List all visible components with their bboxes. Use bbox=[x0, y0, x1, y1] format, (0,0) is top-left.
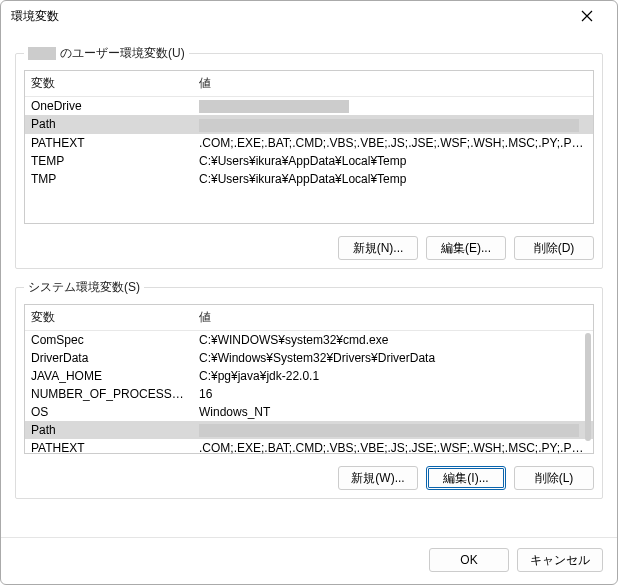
table-row[interactable]: DriverDataC:¥Windows¥System32¥Drivers¥Dr… bbox=[25, 349, 593, 367]
system-col-name[interactable]: 変数 bbox=[25, 305, 193, 331]
user-variables-group: のユーザー環境変数(U) 変数 値 OneDrivePathPATHEXT.CO… bbox=[15, 45, 603, 269]
var-name-cell: TEMP bbox=[25, 152, 193, 170]
system-buttons-row: 新規(W)... 編集(I)... 削除(L) bbox=[24, 466, 594, 490]
var-value-cell: 16 bbox=[193, 385, 593, 403]
var-value-cell bbox=[193, 115, 593, 133]
var-name-cell: OS bbox=[25, 403, 193, 421]
table-row[interactable]: OneDrive bbox=[25, 97, 593, 116]
var-name-cell: Path bbox=[25, 115, 193, 133]
user-variables-table-wrap: 変数 値 OneDrivePathPATHEXT.COM;.EXE;.BAT;.… bbox=[24, 70, 594, 224]
system-col-value[interactable]: 値 bbox=[193, 305, 593, 331]
titlebar: 環境変数 bbox=[1, 1, 617, 31]
table-row[interactable]: TMPC:¥Users¥ikura¥AppData¥Local¥Temp bbox=[25, 170, 593, 188]
table-row[interactable]: Path bbox=[25, 115, 593, 133]
var-name-cell: PATHEXT bbox=[25, 439, 193, 457]
table-row[interactable]: PATHEXT.COM;.EXE;.BAT;.CMD;.VBS;.VBE;.JS… bbox=[25, 134, 593, 152]
dialog-footer: OK キャンセル bbox=[1, 537, 617, 584]
var-value-cell bbox=[193, 421, 593, 439]
window-title: 環境変数 bbox=[11, 8, 567, 25]
system-delete-button[interactable]: 削除(L) bbox=[514, 466, 594, 490]
user-col-value[interactable]: 値 bbox=[193, 71, 593, 97]
close-icon[interactable] bbox=[567, 3, 607, 29]
system-scrollbar[interactable] bbox=[585, 333, 591, 441]
system-variables-group: システム環境変数(S) 変数 値 ComSpecC:¥WINDOWS¥syste… bbox=[15, 279, 603, 499]
table-row[interactable]: OSWindows_NT bbox=[25, 403, 593, 421]
var-value-cell: C:¥Users¥ikura¥AppData¥Local¥Temp bbox=[193, 170, 593, 188]
var-value-cell: C:¥Users¥ikura¥AppData¥Local¥Temp bbox=[193, 152, 593, 170]
user-legend-text: のユーザー環境変数(U) bbox=[60, 45, 185, 62]
var-name-cell: ComSpec bbox=[25, 331, 193, 350]
table-row[interactable]: Path bbox=[25, 421, 593, 439]
var-value-cell: .COM;.EXE;.BAT;.CMD;.VBS;.VBE;.JS;.JSE;.… bbox=[193, 134, 593, 152]
system-variables-table[interactable]: 変数 値 ComSpecC:¥WINDOWS¥system32¥cmd.exeD… bbox=[25, 305, 593, 457]
redacted-value bbox=[199, 424, 579, 437]
user-col-name[interactable]: 変数 bbox=[25, 71, 193, 97]
redacted-value bbox=[199, 100, 349, 113]
var-name-cell: NUMBER_OF_PROCESSORS bbox=[25, 385, 193, 403]
var-value-cell: C:¥pg¥java¥jdk-22.0.1 bbox=[193, 367, 593, 385]
var-value-cell: .COM;.EXE;.BAT;.CMD;.VBS;.VBE;.JS;.JSE;.… bbox=[193, 439, 593, 457]
redacted-value bbox=[199, 119, 579, 132]
user-new-button[interactable]: 新規(N)... bbox=[338, 236, 418, 260]
var-value-cell: C:¥WINDOWS¥system32¥cmd.exe bbox=[193, 331, 593, 350]
system-new-button[interactable]: 新規(W)... bbox=[338, 466, 418, 490]
table-row[interactable]: NUMBER_OF_PROCESSORS16 bbox=[25, 385, 593, 403]
user-edit-button[interactable]: 編集(E)... bbox=[426, 236, 506, 260]
var-name-cell: OneDrive bbox=[25, 97, 193, 116]
var-name-cell: TMP bbox=[25, 170, 193, 188]
table-row[interactable]: ComSpecC:¥WINDOWS¥system32¥cmd.exe bbox=[25, 331, 593, 350]
user-variables-table[interactable]: 変数 値 OneDrivePathPATHEXT.COM;.EXE;.BAT;.… bbox=[25, 71, 593, 188]
var-name-cell: PATHEXT bbox=[25, 134, 193, 152]
var-name-cell: Path bbox=[25, 421, 193, 439]
table-row[interactable]: TEMPC:¥Users¥ikura¥AppData¥Local¥Temp bbox=[25, 152, 593, 170]
table-row[interactable]: JAVA_HOMEC:¥pg¥java¥jdk-22.0.1 bbox=[25, 367, 593, 385]
var-value-cell: Windows_NT bbox=[193, 403, 593, 421]
var-value-cell bbox=[193, 97, 593, 116]
environment-variables-dialog: 環境変数 のユーザー環境変数(U) 変数 値 One bbox=[0, 0, 618, 585]
user-buttons-row: 新規(N)... 編集(E)... 削除(D) bbox=[24, 236, 594, 260]
redacted-username bbox=[28, 47, 56, 60]
user-variables-legend: のユーザー環境変数(U) bbox=[24, 45, 189, 62]
system-variables-table-wrap: 変数 値 ComSpecC:¥WINDOWS¥system32¥cmd.exeD… bbox=[24, 304, 594, 454]
cancel-button[interactable]: キャンセル bbox=[517, 548, 603, 572]
var-value-cell: C:¥Windows¥System32¥Drivers¥DriverData bbox=[193, 349, 593, 367]
table-row[interactable]: PATHEXT.COM;.EXE;.BAT;.CMD;.VBS;.VBE;.JS… bbox=[25, 439, 593, 457]
ok-button[interactable]: OK bbox=[429, 548, 509, 572]
dialog-content: のユーザー環境変数(U) 変数 値 OneDrivePathPATHEXT.CO… bbox=[1, 31, 617, 537]
user-delete-button[interactable]: 削除(D) bbox=[514, 236, 594, 260]
var-name-cell: DriverData bbox=[25, 349, 193, 367]
system-edit-button[interactable]: 編集(I)... bbox=[426, 466, 506, 490]
var-name-cell: JAVA_HOME bbox=[25, 367, 193, 385]
system-variables-legend: システム環境変数(S) bbox=[24, 279, 144, 296]
